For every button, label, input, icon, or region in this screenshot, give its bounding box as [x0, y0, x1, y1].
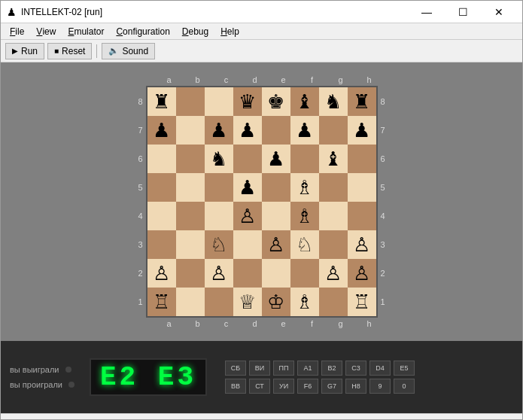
cell-h5[interactable] [348, 173, 376, 202]
cell-b1[interactable] [176, 288, 205, 316]
cell-a7[interactable]: ♟ [147, 116, 176, 145]
menu-bar: File View Emulator Configuration Debug H… [1, 23, 522, 40]
cell-f6[interactable] [290, 145, 319, 173]
cell-f8[interactable]: ♝ [290, 87, 319, 116]
cell-f1[interactable]: ♗ [290, 288, 319, 316]
cell-e8[interactable]: ♚ [262, 87, 290, 116]
cell-e7[interactable] [262, 116, 290, 145]
cell-f2[interactable] [290, 259, 319, 288]
cell-h3[interactable]: ♙ [348, 230, 376, 259]
cell-f3[interactable]: ♘ [290, 230, 319, 259]
btn-vi[interactable]: ВИ [249, 361, 270, 376]
cell-g6[interactable]: ♝ [319, 145, 348, 173]
cell-g7[interactable] [319, 116, 348, 145]
cell-e1[interactable]: ♔ [262, 288, 290, 316]
cell-b8[interactable] [176, 87, 205, 116]
run-button[interactable]: ▶ Run [5, 43, 44, 59]
btn-st[interactable]: СТ [249, 379, 270, 394]
btn-pp[interactable]: ПП [273, 361, 294, 376]
btn-c3[interactable]: С3 [345, 361, 366, 376]
cell-c8[interactable] [205, 87, 233, 116]
maximize-button[interactable]: ☐ [445, 1, 480, 23]
cell-h7[interactable]: ♟ [348, 116, 376, 145]
cell-b6[interactable] [176, 145, 205, 173]
file-label-f: f [298, 74, 327, 86]
menu-help[interactable]: Help [214, 23, 245, 40]
cell-h2[interactable]: ♙ [348, 259, 376, 288]
cell-d5[interactable]: ♟ [233, 173, 262, 202]
btn-g7[interactable]: G7 [321, 379, 342, 394]
rank-labels-right: 8 7 6 5 4 3 2 1 [381, 87, 385, 316]
cell-c4[interactable] [205, 202, 233, 230]
cell-b5[interactable] [176, 173, 205, 202]
cell-g4[interactable] [319, 202, 348, 230]
cell-c6[interactable]: ♞ [205, 145, 233, 173]
cell-f4[interactable]: ♗ [290, 202, 319, 230]
btn-a1[interactable]: А1 [297, 361, 318, 376]
cell-a4[interactable] [147, 202, 176, 230]
cell-b3[interactable] [176, 230, 205, 259]
btn-vv[interactable]: ВВ [225, 379, 246, 394]
cell-e5[interactable] [262, 173, 290, 202]
btn-f6[interactable]: F6 [297, 379, 318, 394]
cell-d8[interactable]: ♛ [233, 87, 262, 116]
cell-b2[interactable] [176, 259, 205, 288]
cell-c3[interactable]: ♘ [205, 230, 233, 259]
cell-h6[interactable] [348, 145, 376, 173]
cell-c2[interactable]: ♙ [205, 259, 233, 288]
btn-b2[interactable]: В2 [321, 361, 342, 376]
cell-e3[interactable]: ♙ [262, 230, 290, 259]
cell-a2[interactable]: ♙ [147, 259, 176, 288]
cell-a5[interactable] [147, 173, 176, 202]
cell-d7[interactable]: ♟ [233, 116, 262, 145]
sound-button[interactable]: 🔈 Sound [102, 43, 155, 59]
status-area: вы выиграли вы проиграли [10, 365, 78, 389]
cell-h4[interactable] [348, 202, 376, 230]
cell-a8[interactable]: ♜ [147, 87, 176, 116]
close-button[interactable]: ✕ [482, 1, 516, 23]
menu-debug[interactable]: Debug [176, 23, 214, 40]
minimize-button[interactable]: — [409, 1, 444, 23]
cell-c7[interactable]: ♟ [205, 116, 233, 145]
cell-f7[interactable]: ♟ [290, 116, 319, 145]
btn-9[interactable]: 9 [369, 379, 391, 394]
cell-h8[interactable]: ♜ [348, 87, 376, 116]
file-label-g: g [327, 74, 355, 86]
cell-b7[interactable] [176, 116, 205, 145]
cell-e4[interactable] [262, 202, 290, 230]
menu-emulator[interactable]: Emulator [62, 23, 110, 40]
btn-ui[interactable]: УИ [273, 379, 294, 394]
cell-g2[interactable]: ♙ [319, 259, 348, 288]
cell-d4[interactable]: ♙ [233, 202, 262, 230]
cell-e2[interactable] [262, 259, 290, 288]
btn-row-1: СБ ВИ ПП А1 В2 С3 D4 E5 [225, 361, 415, 376]
cell-h1[interactable]: ♖ [348, 288, 376, 316]
btn-h8[interactable]: H8 [345, 379, 366, 394]
btn-0[interactable]: 0 [394, 379, 415, 394]
cell-g3[interactable] [319, 230, 348, 259]
cell-e6[interactable]: ♟ [262, 145, 290, 173]
cell-a6[interactable] [147, 145, 176, 173]
cell-g8[interactable]: ♞ [319, 87, 348, 116]
file-labels-top: a b c d e f g h [155, 74, 384, 86]
btn-e5[interactable]: E5 [394, 361, 415, 376]
cell-b4[interactable] [176, 202, 205, 230]
cell-c1[interactable] [205, 288, 233, 316]
cell-d1[interactable]: ♕ [233, 288, 262, 316]
cell-c5[interactable] [205, 173, 233, 202]
cell-d6[interactable] [233, 145, 262, 173]
cell-a1[interactable]: ♖ [147, 288, 176, 316]
menu-configuration[interactable]: Configuration [110, 23, 175, 40]
cell-a3[interactable] [147, 230, 176, 259]
menu-file[interactable]: File [4, 23, 30, 40]
menu-view[interactable]: View [30, 23, 62, 40]
cell-d3[interactable] [233, 230, 262, 259]
cell-f5[interactable]: ♗ [290, 173, 319, 202]
cell-d2[interactable] [233, 259, 262, 288]
reset-button[interactable]: ■ Reset [47, 43, 92, 59]
cell-g1[interactable] [319, 288, 348, 316]
btn-sb[interactable]: СБ [225, 361, 246, 376]
file-label-a: a [155, 74, 184, 86]
cell-g5[interactable] [319, 173, 348, 202]
btn-d4[interactable]: D4 [369, 361, 391, 376]
